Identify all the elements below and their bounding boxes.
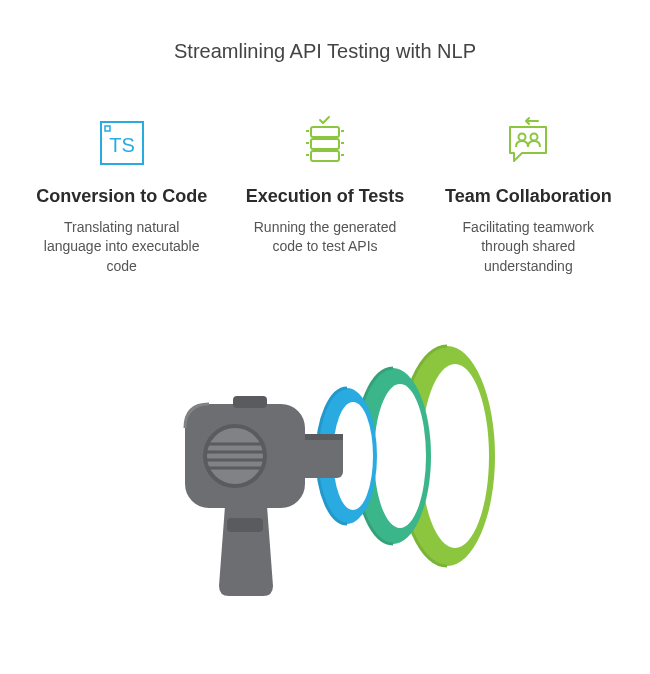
svg-rect-3 (311, 127, 339, 137)
svg-rect-1 (105, 126, 110, 131)
feature-col-collaboration: Team Collaboration Facilitating teamwork… (437, 113, 620, 276)
feature-heading: Conversion to Code (36, 185, 207, 208)
server-icon (297, 113, 353, 173)
megaphone-rings-icon (115, 316, 535, 606)
svg-point-17 (374, 384, 426, 528)
feature-desc: Running the generated code to test APIs (240, 218, 410, 257)
svg-rect-5 (311, 151, 339, 161)
svg-rect-4 (311, 139, 339, 149)
svg-point-12 (519, 134, 526, 141)
svg-rect-23 (233, 396, 267, 408)
svg-rect-30 (227, 518, 263, 532)
page-title: Streamlining API Testing with NLP (174, 40, 476, 63)
feature-desc: Facilitating teamwork through shared und… (443, 218, 613, 277)
page: Streamlining API Testing with NLP TS Con… (0, 0, 650, 674)
svg-text:TS: TS (109, 134, 135, 156)
feature-col-conversion: TS Conversion to Code Translating natura… (30, 113, 213, 276)
feature-heading: Team Collaboration (445, 185, 612, 208)
svg-point-13 (531, 134, 538, 141)
megaphone-illustration (30, 316, 620, 606)
feature-heading: Execution of Tests (246, 185, 405, 208)
ts-icon: TS (97, 113, 147, 173)
feature-desc: Translating natural language into execut… (37, 218, 207, 277)
svg-point-15 (421, 364, 489, 548)
feature-columns: TS Conversion to Code Translating natura… (30, 113, 620, 276)
feature-col-execution: Execution of Tests Running the generated… (233, 113, 416, 276)
chat-icon (500, 113, 556, 173)
